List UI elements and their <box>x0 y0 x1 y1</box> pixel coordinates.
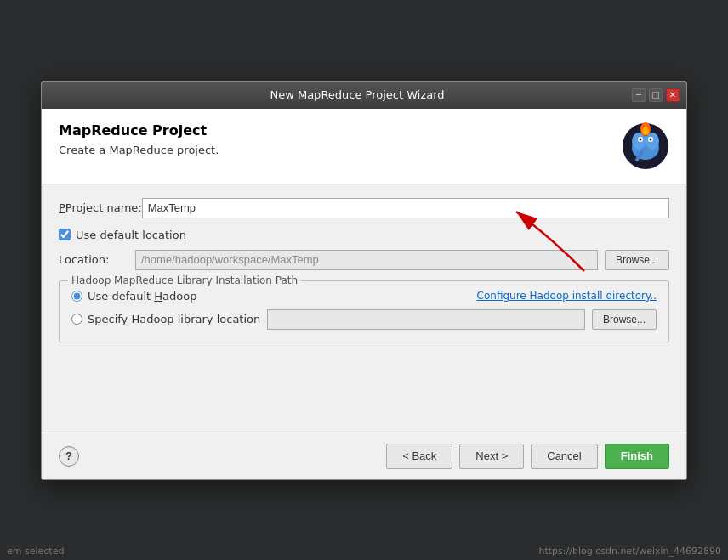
footer-left: ? <box>59 446 79 467</box>
use-default-hadoop-row: Use default Hadoop Configure Hadoop inst… <box>71 290 657 303</box>
dialog-controls: ─ □ ✕ <box>632 88 680 102</box>
wizard-header-text: MapReduce Project Create a MapReduce pro… <box>59 122 608 156</box>
specify-hadoop-radio[interactable] <box>71 314 82 325</box>
dialog-titlebar: New MapReduce Project Wizard ─ □ ✕ <box>42 82 686 109</box>
project-name-label: PProject name: <box>59 201 142 214</box>
svg-point-7 <box>650 138 652 140</box>
use-default-hadoop-label: Use default Hadoop <box>88 290 196 303</box>
dialog-title: New MapReduce Project Wizard <box>82 88 632 101</box>
use-default-location-label: Use default location <box>76 229 186 241</box>
maximize-button[interactable]: □ <box>649 88 663 102</box>
footer-right: < Back Next > Cancel Finish <box>386 444 669 469</box>
specify-hadoop-label: Specify Hadoop library location <box>88 313 260 325</box>
minimize-button[interactable]: ─ <box>632 88 646 102</box>
back-button[interactable]: < Back <box>386 444 452 469</box>
help-button[interactable]: ? <box>59 446 79 467</box>
dialog-overlay: New MapReduce Project Wizard ─ □ ✕ MapRe… <box>0 0 728 560</box>
cancel-button[interactable]: Cancel <box>531 444 597 469</box>
configure-hadoop-link[interactable]: Configure Hadoop install directory.. <box>477 290 657 302</box>
wizard-dialog: New MapReduce Project Wizard ─ □ ✕ MapRe… <box>41 81 687 480</box>
wizard-subtitle: Create a MapReduce project. <box>59 144 608 156</box>
svg-point-9 <box>642 127 649 135</box>
hadoop-library-group: Hadoop MapReduce Library Installation Pa… <box>59 280 669 342</box>
wizard-title: MapReduce Project <box>59 122 608 139</box>
dialog-footer: ? < Back Next > Cancel Finish <box>42 433 686 479</box>
annotation-area <box>59 356 669 433</box>
wizard-icon <box>622 122 669 170</box>
location-label: Location: <box>59 253 135 266</box>
arrow-annotation <box>499 203 669 280</box>
next-button[interactable]: Next > <box>459 444 524 469</box>
specify-hadoop-row: Specify Hadoop library location Browse..… <box>71 309 657 330</box>
use-default-hadoop-radio[interactable] <box>71 291 82 302</box>
hadoop-library-input[interactable] <box>267 309 585 330</box>
use-default-location-checkbox[interactable] <box>59 229 71 240</box>
svg-point-6 <box>640 138 642 140</box>
hadoop-group-label: Hadoop MapReduce Library Installation Pa… <box>68 274 301 286</box>
hadoop-library-browse-button[interactable]: Browse... <box>592 309 657 330</box>
finish-button[interactable]: Finish <box>605 444 669 469</box>
close-button[interactable]: ✕ <box>666 88 680 102</box>
wizard-header: MapReduce Project Create a MapReduce pro… <box>42 109 686 184</box>
